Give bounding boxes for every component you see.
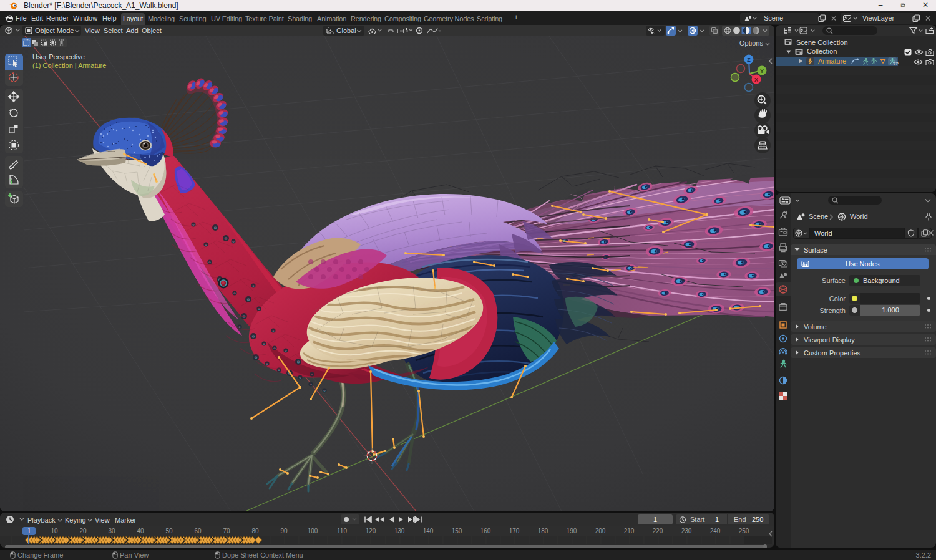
svg-text:X: X bbox=[754, 77, 758, 83]
svg-text:Y: Y bbox=[760, 68, 764, 74]
svg-text:Z: Z bbox=[747, 57, 751, 63]
